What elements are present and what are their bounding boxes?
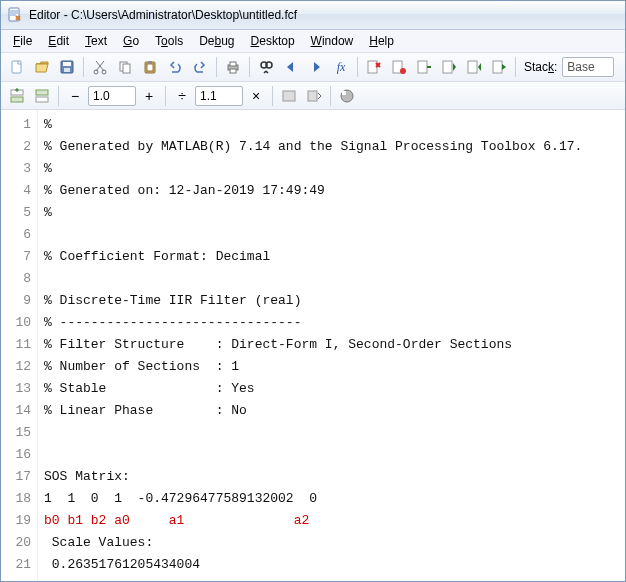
svg-rect-14 bbox=[230, 69, 236, 73]
step-button[interactable] bbox=[412, 55, 436, 79]
code-line: % Number of Sections : 1 bbox=[44, 356, 625, 378]
stack-label: Stack: bbox=[524, 60, 557, 74]
set-breakpoint-button[interactable] bbox=[387, 55, 411, 79]
toolbar-separator bbox=[357, 57, 358, 77]
svg-rect-10 bbox=[147, 64, 153, 71]
svg-rect-27 bbox=[36, 97, 48, 102]
toolbar-separator bbox=[83, 57, 84, 77]
line-number: 6 bbox=[1, 224, 31, 246]
code-line: % Discrete-Time IIR Filter (real) bbox=[44, 290, 625, 312]
menu-file[interactable]: File bbox=[7, 32, 40, 50]
cut-button[interactable] bbox=[88, 55, 112, 79]
code-line: % ------------------------------- bbox=[44, 312, 625, 334]
svg-rect-21 bbox=[443, 61, 452, 73]
line-number: 10 bbox=[1, 312, 31, 334]
menu-window[interactable]: Window bbox=[305, 32, 362, 50]
code-line: % Filter Structure : Direct-Form I, Seco… bbox=[44, 334, 625, 356]
undo-button[interactable] bbox=[163, 55, 187, 79]
increment-button[interactable]: + bbox=[137, 84, 161, 108]
svg-rect-22 bbox=[468, 61, 477, 73]
eval-cell-advance-button[interactable] bbox=[302, 84, 326, 108]
line-number: 14 bbox=[1, 400, 31, 422]
line-number: 18 bbox=[1, 488, 31, 510]
editor-area[interactable]: 123456789101112131415161718192021 %% Gen… bbox=[1, 110, 625, 581]
line-number: 1 bbox=[1, 114, 31, 136]
code-line: % bbox=[44, 202, 625, 224]
menu-text[interactable]: Text bbox=[79, 32, 115, 50]
line-number: 15 bbox=[1, 422, 31, 444]
go-back-button[interactable] bbox=[279, 55, 303, 79]
go-forward-button[interactable] bbox=[304, 55, 328, 79]
code-line: % Linear Phase : No bbox=[44, 400, 625, 422]
code-line bbox=[44, 444, 625, 466]
line-number: 17 bbox=[1, 466, 31, 488]
eval-cell-button[interactable] bbox=[277, 84, 301, 108]
cell-insert-above-button[interactable] bbox=[5, 84, 29, 108]
divide-button[interactable]: ÷ bbox=[170, 84, 194, 108]
find-button[interactable] bbox=[254, 55, 278, 79]
svg-rect-11 bbox=[148, 61, 152, 64]
save-button[interactable] bbox=[55, 55, 79, 79]
menu-help[interactable]: Help bbox=[363, 32, 402, 50]
open-file-button[interactable] bbox=[30, 55, 54, 79]
svg-rect-13 bbox=[230, 62, 236, 66]
svg-rect-31 bbox=[342, 91, 346, 95]
svg-rect-1 bbox=[12, 61, 21, 73]
svg-rect-26 bbox=[36, 90, 48, 95]
line-number: 21 bbox=[1, 554, 31, 576]
svg-rect-17 bbox=[368, 61, 377, 73]
step-out-button[interactable] bbox=[462, 55, 486, 79]
multiply-button[interactable]: × bbox=[244, 84, 268, 108]
continue-button[interactable] bbox=[487, 55, 511, 79]
app-icon bbox=[7, 7, 23, 23]
menu-edit[interactable]: Edit bbox=[42, 32, 77, 50]
toolbar-separator bbox=[272, 86, 273, 106]
svg-rect-23 bbox=[493, 61, 502, 73]
code-line bbox=[44, 224, 625, 246]
cell-insert-below-button[interactable] bbox=[30, 84, 54, 108]
line-number: 11 bbox=[1, 334, 31, 356]
code-content[interactable]: %% Generated by MATLAB(R) 7.14 and the S… bbox=[38, 110, 625, 581]
line-number: 2 bbox=[1, 136, 31, 158]
line-number: 20 bbox=[1, 532, 31, 554]
new-file-button[interactable] bbox=[5, 55, 29, 79]
code-line: SOS Matrix: bbox=[44, 466, 625, 488]
multiply-value-input[interactable]: 1.1 bbox=[195, 86, 243, 106]
increment-value-input[interactable]: 1.0 bbox=[88, 86, 136, 106]
svg-rect-20 bbox=[418, 61, 427, 73]
svg-rect-29 bbox=[308, 91, 317, 101]
window-title: Editor - C:\Users\Administrator\Desktop\… bbox=[29, 8, 297, 22]
svg-rect-4 bbox=[64, 68, 70, 72]
line-number: 19 bbox=[1, 510, 31, 532]
insert-function-button[interactable]: fx bbox=[329, 55, 353, 79]
publish-button[interactable] bbox=[335, 84, 359, 108]
menu-tools[interactable]: Tools bbox=[149, 32, 191, 50]
step-in-button[interactable] bbox=[437, 55, 461, 79]
paste-button[interactable] bbox=[138, 55, 162, 79]
titlebar: Editor - C:\Users\Administrator\Desktop\… bbox=[1, 1, 625, 30]
stack-select[interactable]: Base bbox=[562, 57, 614, 77]
menu-debug[interactable]: Debug bbox=[193, 32, 242, 50]
toolbar-separator bbox=[165, 86, 166, 106]
code-line: b0 b1 b2 a0 a1 a2 bbox=[44, 510, 625, 532]
print-button[interactable] bbox=[221, 55, 245, 79]
code-line: % bbox=[44, 114, 625, 136]
menu-desktop[interactable]: Desktop bbox=[245, 32, 303, 50]
svg-rect-3 bbox=[63, 62, 71, 66]
svg-rect-28 bbox=[283, 91, 295, 101]
line-number: 12 bbox=[1, 356, 31, 378]
line-number: 4 bbox=[1, 180, 31, 202]
svg-point-19 bbox=[400, 68, 406, 74]
toolbar-separator bbox=[330, 86, 331, 106]
copy-button[interactable] bbox=[113, 55, 137, 79]
line-number: 8 bbox=[1, 268, 31, 290]
clear-breakpoints-button[interactable] bbox=[362, 55, 386, 79]
svg-rect-8 bbox=[123, 64, 130, 73]
line-number: 5 bbox=[1, 202, 31, 224]
decrement-button[interactable]: − bbox=[63, 84, 87, 108]
menu-go[interactable]: Go bbox=[117, 32, 147, 50]
toolbar-separator bbox=[249, 57, 250, 77]
line-number: 7 bbox=[1, 246, 31, 268]
code-line: % Coefficient Format: Decimal bbox=[44, 246, 625, 268]
redo-button[interactable] bbox=[188, 55, 212, 79]
